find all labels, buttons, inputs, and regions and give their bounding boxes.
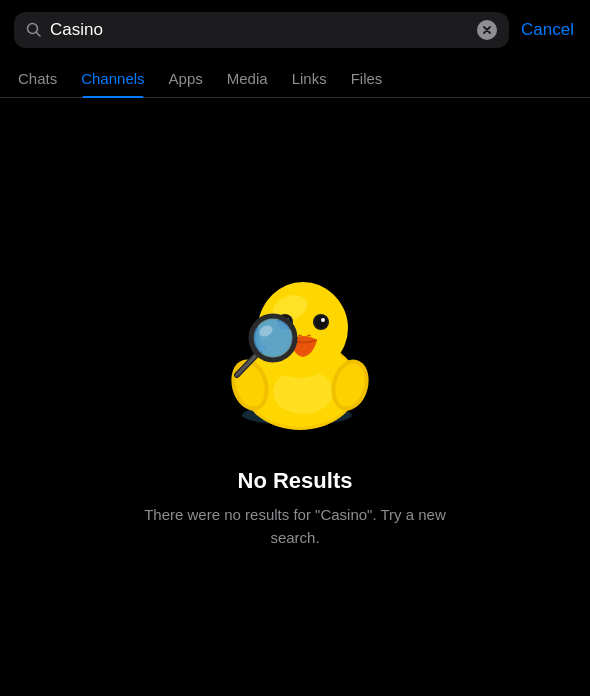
tab-chats[interactable]: Chats — [6, 60, 69, 97]
svg-point-14 — [321, 318, 325, 322]
cancel-button[interactable]: Cancel — [519, 20, 576, 40]
tab-files[interactable]: Files — [339, 60, 395, 97]
search-bar: Cancel — [0, 0, 590, 60]
svg-point-13 — [315, 316, 327, 328]
search-input-wrapper — [14, 12, 509, 48]
tab-links[interactable]: Links — [280, 60, 339, 97]
search-icon — [26, 22, 42, 38]
no-results-subtitle: There were no results for "Casino". Try … — [135, 504, 455, 549]
search-input[interactable] — [50, 20, 469, 40]
empty-state-container: No Results There were no results for "Ca… — [0, 98, 590, 691]
duck-illustration — [195, 240, 395, 440]
svg-point-23 — [255, 320, 291, 356]
tab-apps[interactable]: Apps — [157, 60, 215, 97]
clear-search-button[interactable] — [477, 20, 497, 40]
no-results-title: No Results — [238, 468, 353, 494]
tab-channels[interactable]: Channels — [69, 60, 156, 97]
tab-media[interactable]: Media — [215, 60, 280, 97]
tabs-container: Chats Channels Apps Media Links Files — [0, 60, 590, 98]
close-icon — [482, 25, 492, 35]
